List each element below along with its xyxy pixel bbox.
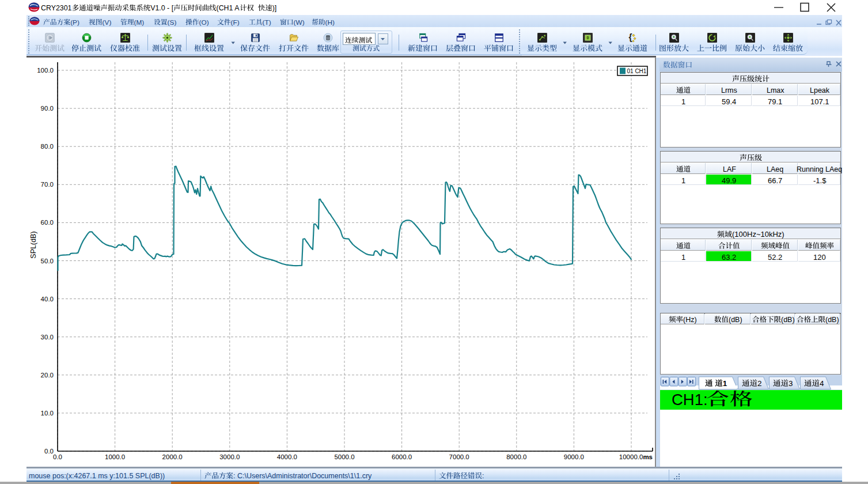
svg-text:Lrms: Lrms: [721, 86, 737, 94]
svg-text:(100Hz~10kHz): (100Hz~10kHz): [732, 230, 784, 239]
svg-text:: C:\Users\Administrator\Docum: : C:\Users\Administrator\Documents\1\1.c…: [233, 472, 372, 480]
svg-text:1000.0: 1000.0: [105, 453, 125, 460]
svg-text:100.0: 100.0: [37, 67, 54, 74]
svg-text:1: 1: [681, 176, 685, 185]
svg-text:(dB): (dB): [781, 316, 795, 324]
svg-text:3: 3: [789, 379, 793, 387]
svg-text:0: 0: [586, 36, 589, 40]
svg-text:0.0: 0.0: [53, 453, 62, 460]
svg-text:1: 1: [722, 379, 727, 387]
svg-text:(O): (O): [199, 18, 209, 27]
svg-text:(dB): (dB): [825, 316, 839, 324]
svg-text:40.0: 40.0: [41, 296, 54, 302]
svg-text:80.0: 80.0: [41, 143, 54, 150]
svg-text:63.2: 63.2: [722, 253, 736, 262]
svg-text:50.0: 50.0: [41, 258, 54, 264]
svg-text:Running LAeq: Running LAeq: [797, 165, 842, 173]
svg-text:120: 120: [813, 253, 826, 262]
svg-text:-1.$: -1.$: [813, 176, 827, 185]
svg-text:mouse pos:(x:4267.1 ms y:101.: mouse pos:(x:4267.1 ms y:101.5 SPL(dB)): [29, 472, 165, 480]
svg-text:CRY2301: CRY2301: [41, 4, 72, 12]
svg-text:(S): (S): [168, 18, 177, 27]
svg-text:20.0: 20.0: [41, 372, 54, 379]
svg-text:70.0: 70.0: [41, 181, 54, 188]
svg-text:59.4: 59.4: [722, 97, 736, 106]
svg-text:1: 1: [681, 97, 685, 106]
svg-text:(Hz): (Hz): [683, 316, 697, 324]
svg-text:4: 4: [820, 379, 824, 387]
svg-text:V1.0 - [: V1.0 - [: [150, 4, 174, 12]
svg-text:52.2: 52.2: [768, 253, 782, 262]
svg-text:60.0: 60.0: [41, 219, 54, 226]
svg-text:LAeq: LAeq: [767, 165, 783, 173]
svg-text:(P): (P): [70, 18, 79, 27]
svg-text:30.0: 30.0: [41, 334, 54, 341]
svg-text:Lmax: Lmax: [767, 86, 784, 94]
svg-text:(H): (H): [325, 18, 335, 27]
svg-text:1: 1: [681, 253, 685, 262]
svg-text:(dB): (dB): [729, 316, 742, 324]
svg-text:90.0: 90.0: [41, 105, 54, 112]
svg-text:CH1:: CH1:: [672, 391, 708, 409]
svg-text:{: {: [628, 33, 632, 42]
svg-text:(T): (T): [263, 18, 271, 27]
svg-text:(M): (M): [134, 18, 145, 27]
svg-text::: :: [482, 472, 484, 480]
svg-text:(CH1 A: (CH1 A: [217, 4, 240, 12]
svg-text:6000.0: 6000.0: [392, 453, 412, 460]
svg-text:2: 2: [757, 379, 762, 387]
svg-text:9000.0: 9000.0: [564, 453, 584, 460]
svg-text:(F): (F): [231, 18, 240, 27]
svg-text:0.0: 0.0: [44, 448, 54, 455]
svg-text:7000.0: 7000.0: [449, 453, 469, 460]
svg-text:79.1: 79.1: [768, 97, 782, 106]
svg-text:)]: )]: [272, 4, 277, 12]
svg-text:10000.0ms: 10000.0ms: [619, 453, 653, 460]
svg-text:SPL(dB): SPL(dB): [29, 231, 37, 258]
svg-text:10.0: 10.0: [41, 410, 54, 417]
svg-text:3000.0: 3000.0: [219, 453, 240, 460]
svg-text:66.7: 66.7: [768, 176, 782, 185]
svg-text:01 CH1: 01 CH1: [627, 68, 647, 74]
svg-text:(V): (V): [103, 18, 112, 27]
svg-text:107.1: 107.1: [810, 97, 829, 106]
svg-text:5000.0: 5000.0: [334, 453, 354, 460]
svg-text:(W): (W): [294, 18, 305, 27]
svg-text:8000.0: 8000.0: [506, 453, 526, 460]
svg-text:2000.0: 2000.0: [162, 453, 183, 460]
svg-text:4000.0: 4000.0: [277, 453, 297, 460]
svg-text:LAF: LAF: [723, 165, 736, 173]
svg-text:Lpeak: Lpeak: [810, 86, 830, 94]
svg-text:49.9: 49.9: [722, 176, 736, 185]
